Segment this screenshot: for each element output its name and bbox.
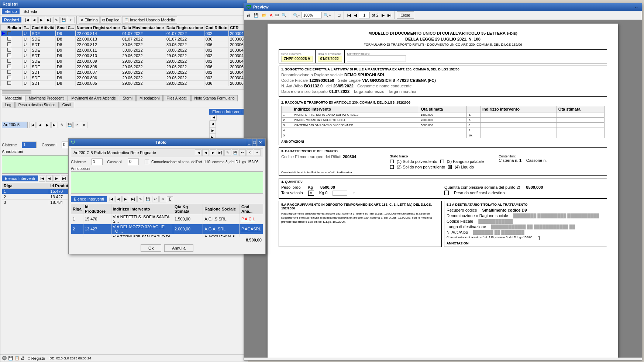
el-first[interactable]: |◀ — [39, 175, 45, 182]
tab-note[interactable]: Note Stampa Formulario — [191, 95, 238, 101]
td-cell-codana[interactable]: P.AGASRL — [240, 224, 263, 234]
list-item[interactable]: 3 18.784 VIA TERNI 525 SAN CARLO DI CE..… — [71, 234, 263, 237]
td-el-edit[interactable]: ✎ — [137, 196, 144, 202]
art-nav-first[interactable]: |◀ — [29, 122, 36, 128]
close-btn[interactable]: Close — [397, 11, 414, 19]
table-row[interactable]: ▶ U SDE D9 22.000.814 01.07.2022 01.07.2… — [1, 31, 247, 36]
zoom-in-btn[interactable]: 🔍+ — [323, 11, 332, 19]
tab-magazzini[interactable]: Magazzini — [2, 95, 25, 101]
nav-next-btn[interactable]: ▶ — [38, 17, 45, 23]
elimina-btn[interactable]: ✕ Elimina — [79, 16, 100, 24]
cisterne-input[interactable]: 1 — [22, 142, 37, 148]
td-del[interactable]: ✕ — [247, 149, 253, 156]
td-add[interactable]: + — [254, 149, 261, 156]
td-nav-last[interactable]: ▶| — [217, 149, 224, 156]
titolo-close-btn[interactable]: ✕ — [258, 139, 263, 146]
zoom-fit-btn[interactable]: ⊡ — [336, 11, 342, 19]
duplica-btn[interactable]: ⧉ Duplica — [100, 16, 121, 24]
nav-first-btn[interactable]: |◀ — [24, 17, 30, 23]
el-prev[interactable]: ◀ — [46, 175, 53, 182]
menu-scheda[interactable]: Scheda — [21, 8, 40, 14]
pdf-icon-btn[interactable]: A — [269, 11, 273, 19]
ei-nav-next[interactable]: ▶ — [209, 127, 216, 134]
td-annotazioni-area[interactable] — [71, 171, 263, 194]
page-input[interactable] — [359, 12, 370, 18]
nav-edit-btn[interactable]: ✎ — [53, 17, 60, 23]
td-table-area[interactable]: Riga Id Produttore Indirizzo Intervento … — [71, 204, 263, 237]
list-item[interactable]: 2 13.427 VIA DEL MOZZO 320 AGLIE' TO ...… — [71, 224, 263, 234]
td-undo[interactable]: ↩ — [239, 149, 246, 156]
page-first-btn[interactable]: |◀ — [346, 11, 352, 19]
td-el-next[interactable]: ▶ — [123, 196, 129, 202]
td-edit[interactable]: ✎ — [224, 149, 231, 156]
art-undo[interactable]: ↩ — [73, 122, 80, 128]
nav-last-btn[interactable]: ▶| — [46, 17, 52, 23]
zoom-input[interactable] — [302, 12, 322, 18]
td-el-del[interactable]: ✕ — [159, 196, 166, 202]
table-row[interactable]: U SDT D8 22.000.812 30.06.2022 30.06.202… — [1, 42, 247, 48]
art-nav-last[interactable]: ▶| — [51, 122, 58, 128]
preview-content-area[interactable]: MODELLO DI DOCUMENTO UNICO DI CUI ALL'AR… — [244, 20, 642, 358]
td-comunicazione-cb[interactable] — [145, 160, 149, 164]
table-row[interactable]: U SDE D9 22.000.811 30.06.2022 30.06.202… — [1, 48, 247, 53]
el-next[interactable]: ▶ — [54, 175, 60, 182]
td-nav-prev[interactable]: ◀ — [202, 149, 209, 156]
art-code-input[interactable]: Art230c5 — [2, 122, 28, 128]
table-row[interactable]: U SDE D8 22.000.813 01.07.2022 01.07.202… — [1, 36, 247, 42]
td-el-first[interactable]: |◀ — [108, 196, 114, 202]
td-cell-codana[interactable]: P.A.C.I. — [240, 214, 263, 224]
main-table-area[interactable]: Bollato T... Cod Attività Smal C... Nume… — [0, 25, 247, 89]
td-nav-first[interactable]: |◀ — [195, 149, 202, 156]
print-icon-btn[interactable]: 🖨 — [245, 11, 252, 19]
zoom-out-btn[interactable]: 🔍- — [292, 11, 301, 19]
td-sigma-btn[interactable]: Σ — [167, 196, 173, 202]
td-el-prev[interactable]: ◀ — [115, 196, 122, 202]
table-row[interactable]: U SDT D8 22.000.805 29.06.2022 29.06.202… — [1, 81, 247, 86]
tab-peso[interactable]: Peso a destino Storico — [15, 102, 59, 108]
art-nav-prev[interactable]: ◀ — [37, 122, 43, 128]
table-row[interactable]: U SDT D9 22.000.807 29.06.2022 29.06.202… — [1, 70, 247, 75]
email-icon-btn[interactable]: ✉ — [274, 11, 280, 19]
td-ok-btn[interactable]: Ok — [141, 244, 161, 252]
preview-resize-btn[interactable]: ↔ — [633, 3, 640, 11]
td-cisterne-input[interactable]: 1 — [92, 159, 103, 165]
page-last-btn[interactable]: ▶| — [386, 11, 393, 19]
titolo-max-btn[interactable]: □ — [252, 139, 257, 146]
tab-movimenti-altre[interactable]: Movimenti da Altre Aziende — [68, 95, 119, 101]
art-del[interactable]: ✕ — [81, 122, 87, 128]
tab-movimenti-prec[interactable]: Movimenti Precedenti — [25, 95, 68, 101]
td-annulla-btn[interactable]: Annulla — [164, 244, 193, 252]
list-item[interactable]: 1 15.470 VIA NEFETTI S. SOFIA SANTA S...… — [71, 214, 263, 224]
save-icon-btn[interactable]: 💾 — [252, 11, 260, 19]
page-next-btn[interactable]: ▶ — [380, 11, 386, 19]
nav-save-btn[interactable]: 💾 — [61, 17, 67, 23]
open-icon-btn[interactable]: 📂 — [261, 11, 268, 19]
inserisci-modello-btn[interactable]: 📋 Inserisci Usando Modello — [122, 16, 177, 24]
table-row[interactable]: U SDT D9 22.000.810 29.06.2022 29.06.202… — [1, 53, 247, 59]
ei-nav-prev[interactable]: ◀ — [209, 121, 216, 127]
art-edit[interactable]: ✎ — [59, 122, 65, 128]
el-last[interactable]: ▶| — [61, 175, 68, 182]
titolo-min-btn[interactable]: _ — [247, 139, 251, 146]
td-el-undo[interactable]: ↩ — [152, 196, 159, 202]
page-prev-btn[interactable]: ◀ — [353, 11, 358, 19]
table-row[interactable]: U SDE D9 22.000.809 29.06.2022 29.06.202… — [1, 59, 247, 64]
tab-miscelazioni[interactable]: Miscelazioni — [136, 95, 163, 101]
table-row[interactable]: U SDE D9 22.000.806 29.06.2022 29.06.202… — [1, 75, 247, 81]
art-nav-next[interactable]: ▶ — [44, 122, 51, 128]
td-save[interactable]: 💾 — [232, 149, 238, 156]
nav-undo-btn[interactable]: ↩ — [68, 17, 75, 23]
tab-log[interactable]: Log — [2, 102, 15, 108]
td-el-last[interactable]: ▶| — [130, 196, 137, 202]
art-save[interactable]: 💾 — [66, 122, 73, 128]
td-cassoni-input[interactable]: 0 — [128, 159, 139, 165]
tab-files[interactable]: Files Allegati — [163, 95, 190, 101]
td-el-save[interactable]: 💾 — [145, 196, 151, 202]
ei-nav-first[interactable]: |◀ — [210, 114, 217, 121]
tab-costi[interactable]: Costi — [59, 102, 74, 108]
td-nav-next[interactable]: ▶ — [210, 149, 216, 156]
table-row[interactable]: U SDE D8 22.000.808 29.06.2022 29.06.202… — [1, 64, 247, 70]
menu-elenco[interactable]: Elenco — [2, 8, 20, 14]
tab-storni[interactable]: Storni — [120, 95, 136, 101]
nav-prev-btn[interactable]: ◀ — [31, 17, 38, 23]
